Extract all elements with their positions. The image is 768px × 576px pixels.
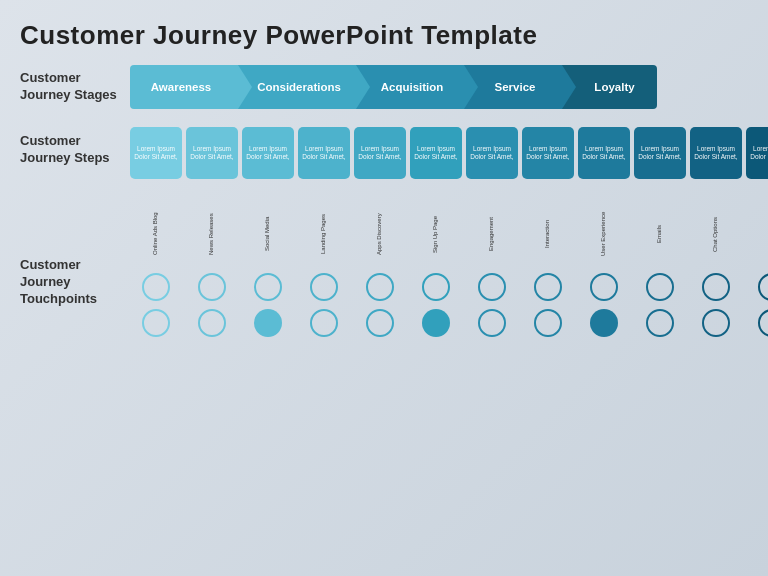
slide-title: Customer Journey PowerPoint Template — [20, 20, 748, 51]
step-4[interactable]: Lorem Ipsum Dolor Sit Amet, — [298, 127, 350, 179]
tp-label-4: Landing Pages — [320, 204, 327, 264]
tp-label-8: Interaction — [544, 204, 551, 264]
tp-label-5: Apps Discovery — [376, 204, 383, 264]
tp-label-3: Social Media — [264, 204, 271, 264]
tp-circle-top-7 — [466, 271, 518, 303]
tp-circle-top-5 — [354, 271, 406, 303]
stages-container: Awareness Considerations Acquisition Ser… — [130, 65, 748, 109]
steps-label: CustomerJourney Steps — [20, 127, 130, 167]
tp-col-10: Emails — [634, 204, 686, 267]
tp-circle-top-9 — [578, 271, 630, 303]
tp-col-12: All Features — [746, 204, 768, 267]
tp-circle-top-8 — [522, 271, 574, 303]
tp-circle-bot-7 — [466, 307, 518, 339]
tp-label-11: Chat Options — [712, 204, 719, 264]
steps-container: Lorem Ipsum Dolor Sit Amet, Lorem Ipsum … — [130, 127, 768, 179]
tp-circle-bot-8 — [522, 307, 574, 339]
step-1[interactable]: Lorem Ipsum Dolor Sit Amet, — [130, 127, 182, 179]
tp-col-4: Landing Pages — [298, 204, 350, 267]
stage-awareness[interactable]: Awareness — [130, 65, 238, 109]
tp-circle-bot-3 — [242, 307, 294, 339]
tp-col-1: Online Ads Blog — [130, 204, 182, 267]
tp-circle-bot-5 — [354, 307, 406, 339]
tp-col-5: Apps Discovery — [354, 204, 406, 267]
tp-circle-bot-2 — [186, 307, 238, 339]
tp-label-7: Engagement — [488, 204, 495, 264]
tp-circle-bot-1 — [130, 307, 182, 339]
stage-considerations[interactable]: Considerations — [238, 65, 356, 109]
step-8[interactable]: Lorem Ipsum Dolor Sit Amet, — [522, 127, 574, 179]
tp-circle-bot-6 — [410, 307, 462, 339]
slide: Customer Journey PowerPoint Template Cus… — [0, 0, 768, 576]
step-3[interactable]: Lorem Ipsum Dolor Sit Amet, — [242, 127, 294, 179]
tp-label-6: Sign Up Page — [432, 204, 439, 264]
touchpoints-row: CustomerJourneyTouchpoints Online Ads Bl… — [20, 197, 748, 339]
tp-col-2: News Releases — [186, 204, 238, 267]
tp-circle-top-2 — [186, 271, 238, 303]
tp-circle-bot-9 — [578, 307, 630, 339]
stages-row: CustomerJourney Stages Awareness Conside… — [20, 65, 748, 109]
step-7[interactable]: Lorem Ipsum Dolor Sit Amet, — [466, 127, 518, 179]
tp-circle-bot-12 — [746, 307, 768, 339]
tp-circle-bot-11 — [690, 307, 742, 339]
tp-col-9: User Experience — [578, 204, 630, 267]
stage-service[interactable]: Service — [464, 65, 562, 109]
step-6[interactable]: Lorem Ipsum Dolor Sit Amet, — [410, 127, 462, 179]
tp-circle-top-6 — [410, 271, 462, 303]
tp-circle-top-3 — [242, 271, 294, 303]
tp-label-1: Online Ads Blog — [152, 204, 159, 264]
tp-col-3: Social Media — [242, 204, 294, 267]
stage-acquisition[interactable]: Acquisition — [356, 65, 464, 109]
tp-circle-top-1 — [130, 271, 182, 303]
stage-loyalty[interactable]: Loyalty — [562, 65, 657, 109]
tp-col-7: Engagement — [466, 204, 518, 267]
tp-circle-top-12 — [746, 271, 768, 303]
tp-col-6: Sign Up Page — [410, 204, 462, 267]
step-10[interactable]: Lorem Ipsum Dolor Sit Amet, — [634, 127, 686, 179]
tp-circle-bot-10 — [634, 307, 686, 339]
tp-label-9: User Experience — [600, 204, 607, 264]
tp-col-8: Interaction — [522, 204, 574, 267]
step-11[interactable]: Lorem Ipsum Dolor Sit Amet, — [690, 127, 742, 179]
step-12[interactable]: Lorem Ipsum Dolor Sit Amet, — [746, 127, 768, 179]
tp-circle-bot-4 — [298, 307, 350, 339]
tp-label-2: News Releases — [208, 204, 215, 264]
step-5[interactable]: Lorem Ipsum Dolor Sit Amet, — [354, 127, 406, 179]
tp-col-11: Chat Options — [690, 204, 742, 267]
tp-label-10: Emails — [656, 204, 663, 264]
touchpoints-label: CustomerJourneyTouchpoints — [20, 197, 130, 308]
tp-circle-top-11 — [690, 271, 742, 303]
step-2[interactable]: Lorem Ipsum Dolor Sit Amet, — [186, 127, 238, 179]
tp-circle-top-10 — [634, 271, 686, 303]
stages-label: CustomerJourney Stages — [20, 70, 130, 104]
tp-circle-top-4 — [298, 271, 350, 303]
steps-row: CustomerJourney Steps Lorem Ipsum Dolor … — [20, 127, 748, 179]
step-9[interactable]: Lorem Ipsum Dolor Sit Amet, — [578, 127, 630, 179]
